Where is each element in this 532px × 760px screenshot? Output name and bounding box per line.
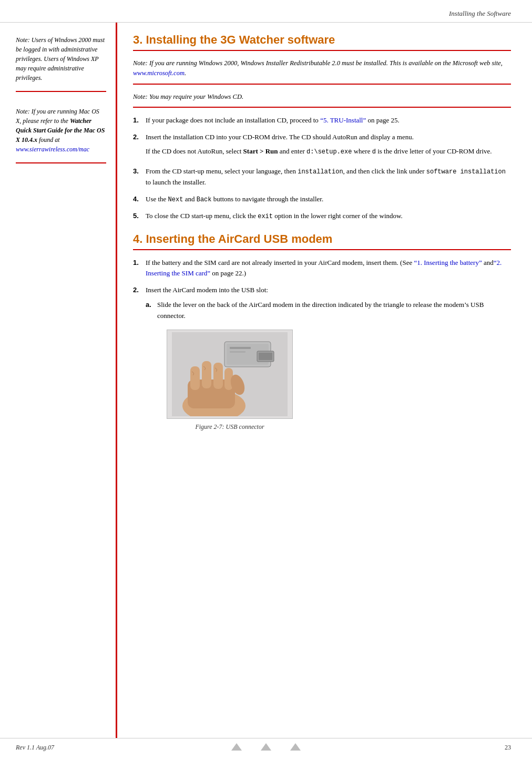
- step4-mono1: Next: [168, 196, 183, 203]
- section4-step2-num: 2.: [133, 285, 146, 437]
- s4-step1-before: If the battery and the SIM card are not …: [146, 259, 414, 266]
- svg-rect-12: [230, 347, 251, 349]
- step3-mono1: installation: [298, 168, 343, 176]
- sub-a-content: Slide the lever on the back of the AirCa…: [157, 300, 511, 321]
- svg-rect-3: [190, 366, 200, 390]
- section4-step1-num: 1.: [133, 258, 146, 279]
- section3-step5-num: 5.: [133, 211, 146, 222]
- section3-note2: Note: You may require your Windows CD.: [133, 92, 511, 108]
- svg-rect-5: [213, 363, 223, 389]
- step4-before: Use the: [146, 195, 168, 203]
- triangle-2: [261, 743, 271, 751]
- step4-mid: and: [183, 195, 196, 203]
- step3-before: From the CD start-up menu, select your l…: [146, 167, 298, 175]
- header-title: Installing the Software: [449, 9, 511, 18]
- step2-mono1: d:\setup.exe: [306, 148, 352, 156]
- usb-connector-svg: [172, 332, 288, 416]
- step3-mono2: software installation: [426, 168, 506, 176]
- sidebar-note-1: Note: Users of Windows 2000 must be logg…: [16, 35, 106, 92]
- section3-steps: 1. If your package does not include an i…: [133, 115, 511, 222]
- svg-rect-11: [259, 353, 272, 360]
- step2-bold: Start > Run: [243, 147, 278, 155]
- section4-sub-a: a. Slide the lever on the back of the Ai…: [146, 300, 511, 321]
- section3-step5: 5. To close the CD start-up menu, click …: [133, 211, 511, 222]
- sidebar-note-2-text: Note: If you are running Mac OS X, pleas…: [16, 107, 106, 154]
- figure-image: [167, 330, 293, 419]
- battery-link[interactable]: “1. Inserting the battery”: [414, 259, 482, 266]
- page-header: Installing the Software: [0, 0, 532, 23]
- s4-step1-mid: and: [482, 259, 494, 266]
- tru-install-link[interactable]: “5. TRU-Install”: [320, 116, 366, 124]
- step5-mono1: exit: [258, 213, 273, 220]
- svg-rect-4: [202, 361, 211, 388]
- sub-a-text: Slide the lever on the back of the AirCa…: [157, 301, 484, 319]
- sidebar-note-2-after: found at: [37, 136, 60, 143]
- sidebar-mac-link[interactable]: www.sierrawireless.com/mac: [16, 146, 89, 153]
- sub-a-label: a.: [146, 300, 157, 321]
- section4-step1: 1. If the battery and the SIM card are n…: [133, 258, 511, 279]
- section3-step4: 4. Use the Next and Back buttons to navi…: [133, 194, 511, 205]
- section3-step1-content: If your package does not include an inst…: [146, 115, 511, 126]
- step4-after: buttons to navigate through the installe…: [212, 195, 324, 203]
- s4-step1-after: on page 22.): [210, 269, 246, 277]
- section4-step2: 2. Insert the AirCard modem into the USB…: [133, 285, 511, 437]
- section3-step4-num: 4.: [133, 194, 146, 205]
- section3-step5-content: To close the CD start-up menu, click the…: [146, 211, 511, 222]
- step4-mono2: Back: [197, 196, 212, 203]
- triangle-3: [290, 743, 301, 751]
- section3-step1: 1. If your package does not include an i…: [133, 115, 511, 126]
- step5-before: To close the CD start-up menu, click the: [146, 212, 258, 220]
- section3-step2-num: 2.: [133, 132, 146, 160]
- section4-steps: 1. If the battery and the SIM card are n…: [133, 258, 511, 437]
- section3-step1-num: 1.: [133, 115, 146, 126]
- sidebar: Note: Users of Windows 2000 must be logg…: [0, 23, 116, 738]
- sidebar-note-2: Note: If you are running Mac OS X, pleas…: [16, 107, 106, 163]
- step2-sub: If the CD does not AutoRun, select Start…: [146, 146, 511, 157]
- step2-mono2: d: [372, 148, 376, 156]
- content-area: 3. Installing the 3G Watcher software No…: [116, 23, 532, 738]
- section4-heading: 4. Inserting the AirCard USB modem: [133, 232, 511, 250]
- triangle-1: [231, 743, 242, 751]
- figure-caption: Figure 2-7: USB connector: [195, 422, 264, 432]
- page-wrapper: Installing the Software Note: Users of W…: [0, 0, 532, 760]
- section4-step2-content: Insert the AirCard modem into the USB sl…: [146, 285, 511, 437]
- s4-step2-main: Insert the AirCard modem into the USB sl…: [146, 285, 511, 295]
- step2-main: Insert the installation CD into your CD-…: [146, 132, 511, 142]
- sidebar-note-1-text: Note: Users of Windows 2000 must be logg…: [16, 35, 106, 83]
- svg-rect-13: [230, 351, 245, 353]
- section3-note1-after: .: [185, 69, 186, 77]
- step1-text-before: If your package does not include an inst…: [146, 116, 320, 124]
- section3-note1: Note: If you are running Windows 2000, W…: [133, 58, 511, 85]
- section3-heading: 3. Installing the 3G Watcher software: [133, 33, 511, 51]
- section3-step3: 3. From the CD start-up menu, select you…: [133, 166, 511, 188]
- microsoft-link[interactable]: www.microsoft.com: [133, 69, 185, 77]
- section4-step1-content: If the battery and the SIM card are not …: [146, 258, 511, 279]
- section3-step2-content: Insert the installation CD into your CD-…: [146, 132, 511, 160]
- footer-triangles: [231, 743, 301, 751]
- section3-step4-content: Use the Next and Back buttons to navigat…: [146, 194, 511, 205]
- section3-note1-before: Note: If you are running Windows 2000, W…: [133, 59, 503, 67]
- section3-step3-num: 3.: [133, 166, 146, 188]
- main-content: Note: Users of Windows 2000 must be logg…: [0, 23, 532, 738]
- section4-sub-list: a. Slide the lever on the back of the Ai…: [146, 300, 511, 321]
- page-footer: Rev 1.1 Aug.07 23: [0, 738, 532, 760]
- step3-after: to launch the installer.: [146, 178, 206, 186]
- footer-rev: Rev 1.1 Aug.07: [16, 744, 54, 752]
- step5-after: option in the lower right corner of the …: [273, 212, 403, 220]
- step3-mid: , and then click the link under: [343, 167, 426, 175]
- section3-step3-content: From the CD start-up menu, select your l…: [146, 166, 511, 188]
- footer-page: 23: [505, 744, 511, 752]
- figure-container: Figure 2-7: USB connector: [156, 330, 303, 432]
- step1-text-after: on page 25.: [366, 116, 400, 124]
- section3-step2: 2. Insert the installation CD into your …: [133, 132, 511, 160]
